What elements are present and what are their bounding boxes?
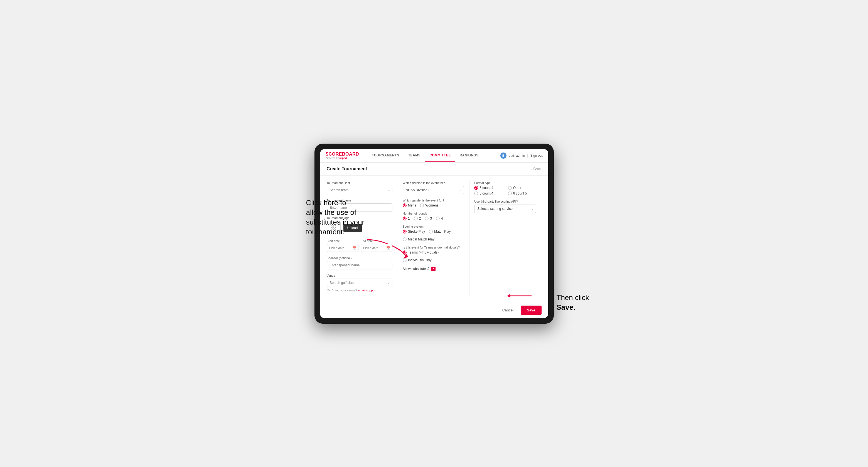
sign-out-link[interactable]: Sign out [530, 154, 542, 158]
scoring-medal-option[interactable]: Medal Match Play [403, 238, 434, 241]
nav-link-rankings[interactable]: RANKINGS [455, 149, 483, 162]
sponsor-label: Sponsor (optional) [327, 256, 393, 260]
form-area: Tournament Host Tournament name Tourname… [320, 176, 548, 302]
radio-medal[interactable] [403, 238, 407, 241]
radio-individuals[interactable] [403, 258, 407, 262]
scoring-match-option[interactable]: Match Play [429, 229, 451, 234]
format-5count4-option[interactable]: 5 count 4 [474, 186, 502, 190]
venue-label: Venue [327, 274, 393, 277]
allow-subs-group: Allow substitutes? [403, 267, 464, 271]
division-label: Which division is the event for? [403, 181, 464, 185]
page-title: Create Tournament [327, 166, 367, 172]
navbar: SCOREBOARD Powered by clippd TOURNAMENTS… [320, 149, 548, 162]
form-col-3: Format type 5 count 4 Other [470, 181, 541, 297]
gender-radio-group: Mens Womens [403, 204, 464, 207]
end-date-group: End date 📅 [361, 239, 393, 252]
rounds-radio-group: 1 2 3 4 [403, 217, 464, 220]
format-type-label: Format type [474, 181, 536, 185]
rounds-4-option[interactable]: 4 [436, 217, 443, 220]
tournament-host-input[interactable] [327, 186, 393, 194]
nav-link-committee[interactable]: COMMITTEE [425, 149, 455, 162]
division-select[interactable]: NCAA Division I [403, 186, 464, 194]
tournament-host-select-wrapper [327, 186, 393, 194]
scoring-stroke-option[interactable]: Stroke Play [403, 229, 425, 234]
avatar: B [500, 153, 506, 159]
radio-stroke[interactable] [403, 229, 407, 234]
scoring-service-select-wrapper: Select a scoring service [474, 205, 536, 213]
format-6count5-option[interactable]: 6 count 5 [508, 191, 536, 195]
end-date-wrap: 📅 [361, 244, 393, 252]
email-support-link[interactable]: email support [358, 289, 376, 292]
gender-label: Which gender is the event for? [403, 199, 464, 202]
radio-r4[interactable] [436, 217, 440, 220]
user-name: blair admin [509, 154, 525, 158]
radio-other[interactable] [508, 186, 512, 190]
logo-powered: Powered by clippd [326, 157, 359, 159]
radio-mens[interactable] [403, 204, 407, 207]
date-row: Start date 📅 End date 📅 [327, 239, 393, 252]
event-for-group: Is this event for Teams and/or Individua… [403, 246, 464, 262]
start-date-wrap: 📅 [327, 244, 359, 252]
scoring-api-group: Use third-party live scoring API? Select… [474, 200, 536, 213]
radio-r2[interactable] [414, 217, 418, 220]
logo-area: SCOREBOARD Powered by clippd [326, 152, 359, 159]
nav-right: B blair admin | Sign out [500, 153, 543, 159]
form-footer: Cancel Save [320, 302, 548, 318]
allow-subs-checkbox[interactable] [431, 267, 436, 271]
calendar-icon-end: 📅 [386, 246, 390, 250]
annotation-right: Then click Save. [557, 293, 615, 312]
rounds-label: Number of rounds [403, 212, 464, 215]
division-select-wrapper: NCAA Division I [403, 186, 464, 194]
date-group: Start date 📅 End date 📅 [327, 239, 393, 252]
radio-r3[interactable] [425, 217, 429, 220]
save-button[interactable]: Save [521, 306, 541, 315]
radio-r1[interactable] [403, 217, 407, 220]
back-button[interactable]: ‹ Back [531, 167, 541, 171]
radio-5count4[interactable] [474, 186, 478, 190]
gender-womens-option[interactable]: Womens [420, 204, 438, 207]
format-other-option[interactable]: Other [508, 186, 536, 190]
event-for-label: Is this event for Teams and/or Individua… [403, 246, 464, 249]
cancel-button[interactable]: Cancel [498, 306, 518, 314]
tournament-host-label: Tournament Host [327, 181, 393, 185]
logo-scoreboard: SCOREBOARD [326, 152, 359, 157]
start-date-group: Start date 📅 [327, 239, 359, 252]
venue-select-wrapper [327, 279, 393, 287]
rounds-1-option[interactable]: 1 [403, 217, 410, 220]
allow-subs-wrap: Allow substitutes? [403, 267, 464, 271]
end-date-label: End date [361, 239, 393, 243]
event-teams-option[interactable]: Teams (+Individuals) [403, 250, 439, 254]
venue-input[interactable] [327, 279, 393, 287]
scoring-api-label: Use third-party live scoring API? [474, 200, 536, 203]
scoring-system-label: Scoring system [403, 225, 464, 228]
venue-group: Venue Can't find your venue? email suppo… [327, 274, 393, 292]
venue-footer: Can't find your venue? email support [327, 289, 393, 292]
allow-subs-label: Allow substitutes? [403, 267, 429, 271]
rounds-3-option[interactable]: 3 [425, 217, 432, 220]
sponsor-group: Sponsor (optional) [327, 256, 393, 270]
nav-link-teams[interactable]: TEAMS [404, 149, 425, 162]
rounds-2-option[interactable]: 2 [414, 217, 421, 220]
form-col-2: Which division is the event for? NCAA Di… [398, 181, 470, 297]
nav-links: TOURNAMENTS TEAMS COMMITTEE RANKINGS [367, 149, 500, 162]
radio-6count5[interactable] [508, 191, 512, 195]
radio-6count4[interactable] [474, 191, 478, 195]
event-individuals-option[interactable]: Individuals Only [403, 258, 432, 262]
division-group: Which division is the event for? NCAA Di… [403, 181, 464, 194]
annotation-left: Click here to allow the use of substitut… [306, 198, 365, 237]
start-date-label: Start date [327, 239, 359, 243]
sponsor-input[interactable] [327, 261, 393, 270]
radio-womens[interactable] [420, 204, 424, 207]
radio-match[interactable] [429, 229, 433, 234]
gender-mens-option[interactable]: Mens [403, 204, 416, 207]
calendar-icon: 📅 [352, 246, 356, 250]
gender-group: Which gender is the event for? Mens Wome… [403, 199, 464, 207]
format-6count4-option[interactable]: 6 count 4 [474, 191, 502, 195]
scoring-system-group: Scoring system Stroke Play Match Play [403, 225, 464, 241]
tournament-host-group: Tournament Host [327, 181, 393, 194]
nav-link-tournaments[interactable]: TOURNAMENTS [367, 149, 404, 162]
page-header: Create Tournament ‹ Back [320, 162, 548, 176]
scoring-service-select[interactable]: Select a scoring service [474, 205, 536, 213]
scoring-system-radio-group: Stroke Play Match Play Medal Match Play [403, 229, 464, 241]
radio-teams[interactable] [403, 250, 407, 254]
